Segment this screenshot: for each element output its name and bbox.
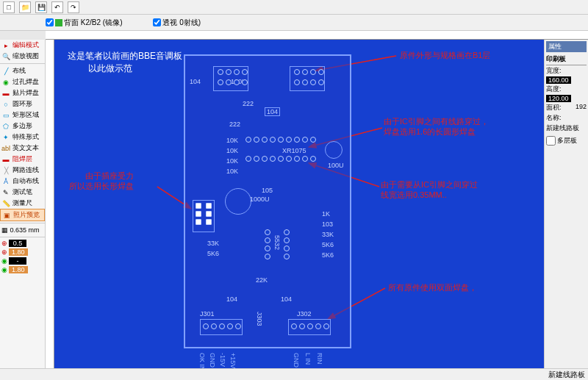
- tool-zoom[interactable]: 🔍缩放视图: [0, 51, 45, 62]
- width-row-3[interactable]: ◉-: [0, 257, 45, 265]
- back-layer-check[interactable]: 背面 K2/B2 (镜像): [46, 18, 122, 28]
- tool-text[interactable]: abl英文文本: [0, 143, 45, 154]
- pcb-board-outline: 104 100K 222 104 222 10K 10K XR1075 10K …: [184, 54, 351, 348]
- save-icon[interactable]: 💾: [35, 1, 47, 13]
- tool-netline[interactable]: ╳网路连线: [0, 165, 45, 176]
- tool-test[interactable]: ✎测试笔: [0, 187, 45, 198]
- tool-circle[interactable]: ○圆环形: [0, 98, 45, 110]
- open-icon[interactable]: 📁: [19, 1, 31, 13]
- name-label: 名称:: [546, 113, 562, 123]
- tool-rect[interactable]: ▭矩形区域: [0, 110, 45, 121]
- undo-icon[interactable]: ↶: [51, 1, 63, 13]
- tool-ruler[interactable]: 📏测量尺: [0, 198, 45, 209]
- label-p15v: +15V: [229, 353, 237, 368]
- label-gnd2: GND: [293, 353, 300, 368]
- label-n15v: -15V: [219, 353, 226, 367]
- note-socket-pad: 由于插座受力 所以选用长形焊盘: [69, 171, 134, 192]
- label-rin: RIN: [316, 353, 323, 365]
- grid-spacing[interactable]: ▦ 0.635 mm: [0, 225, 45, 235]
- props-section: 印刷板: [546, 54, 587, 65]
- area-label: 面积:: [546, 103, 562, 112]
- width-label: 宽度:: [546, 66, 562, 76]
- status-bar: 新建线路板: [0, 368, 588, 380]
- label-gnd1: GND: [209, 353, 216, 368]
- trace-color-select[interactable]: 蓝色: [212, 17, 243, 29]
- height-label: 高度:: [546, 85, 562, 94]
- props-title: 属性: [546, 41, 587, 52]
- tool-thru-pad[interactable]: ◉过孔焊盘: [0, 76, 45, 87]
- tool-autoroute[interactable]: Å自动布线: [0, 176, 45, 187]
- transparent-check[interactable]: 透视 0射线): [153, 18, 201, 28]
- tool-edit-mode[interactable]: ▸编辑模式: [0, 40, 45, 51]
- width-value[interactable]: 160.00: [546, 76, 571, 84]
- width-row-2[interactable]: ⊕1.80: [0, 248, 45, 257]
- height-value[interactable]: 120.00: [546, 95, 571, 102]
- tool-trace[interactable]: ╱布线: [0, 65, 45, 76]
- note-ic-pad: 由于IC引脚之间有线路穿过， 焊盘选用1.6的长圆形焊盘: [384, 116, 489, 137]
- pcb-canvas[interactable]: 这是笔者以前画的BBE音调板 以此做示范 原件外形与规格画在B1层 由于IC引脚…: [54, 40, 544, 380]
- tool-smd-pad[interactable]: ▬贴片焊盘: [0, 87, 45, 98]
- area-value: 192: [576, 103, 587, 112]
- label-lin: L IN: [304, 353, 312, 365]
- width-row-4[interactable]: ◉1.80: [0, 265, 45, 274]
- tool-panel: ▸编辑模式 🔍缩放视图 ╱布线 ◉过孔焊盘 ▬贴片焊盘 ○圆环形 ▭矩形区域 ⬠…: [0, 40, 46, 380]
- note-dual-pad: 所有原件使用双面焊盘，: [388, 282, 477, 293]
- status-text: 新建线路板: [548, 370, 585, 380]
- width-row-1[interactable]: ⊕0.5: [0, 239, 45, 248]
- solder-color-select[interactable]: 绿色: [279, 17, 310, 29]
- new-icon[interactable]: □: [3, 1, 15, 13]
- solder-color-label: 阻焊层:: [249, 18, 273, 28]
- top-toolbar: □ 📁 💾 ↶ ↷: [0, 0, 588, 15]
- redo-icon[interactable]: ↷: [68, 1, 79, 13]
- multilayer-check[interactable]: 多层板: [546, 136, 587, 146]
- tool-special[interactable]: ✦特殊形式: [0, 132, 45, 143]
- properties-panel: 属性 印刷板 宽度: 160.00 高度: 120.00 面积:192 名称: …: [544, 40, 588, 380]
- ruler-vertical: [46, 40, 54, 380]
- note-trace-width: 由于需要从IC引脚之间穿过 线宽选用0.35MM..: [381, 179, 478, 201]
- tool-photo-view[interactable]: ▣照片预览: [0, 209, 45, 221]
- ruler-horizontal: [46, 31, 588, 40]
- tool-polygon[interactable]: ⬠多边形: [0, 121, 45, 132]
- name-value[interactable]: 新建线路板: [546, 123, 587, 133]
- tool-soldermask[interactable]: ▬阻焊层: [0, 154, 45, 165]
- intro-note: 这是笔者以前画的BBE音调板 以此做示范: [68, 50, 182, 75]
- note-outline-layer: 原件外形与规格画在B1层: [400, 50, 490, 60]
